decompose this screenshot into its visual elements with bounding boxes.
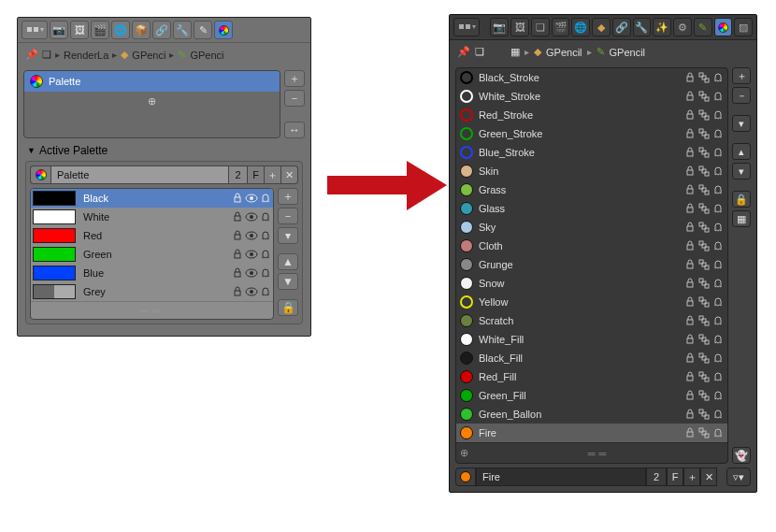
visibility-icon[interactable] <box>245 249 258 260</box>
onion-icon[interactable] <box>698 240 710 252</box>
lock-icon[interactable] <box>684 427 696 439</box>
material-list-item[interactable]: White_Stroke <box>456 87 727 106</box>
material-list-item[interactable]: Yellow <box>456 293 727 311</box>
breadcrumb-object[interactable]: GPenci <box>132 50 165 61</box>
tab-material-icon[interactable] <box>714 18 733 36</box>
lock-icon[interactable] <box>684 72 696 83</box>
datablock-browse-icon[interactable] <box>455 467 476 486</box>
color-list-item[interactable]: Red <box>31 226 273 245</box>
material-list-item[interactable]: Blue_Stroke <box>456 143 727 162</box>
onion-icon[interactable] <box>698 109 710 121</box>
onion-icon[interactable] <box>698 259 710 270</box>
material-moveup-button[interactable]: ▴ <box>732 143 751 160</box>
material-list-item[interactable]: Fire <box>456 424 727 442</box>
ghost-icon[interactable] <box>712 390 724 401</box>
onion-icon[interactable] <box>698 315 710 326</box>
color-swatch[interactable] <box>33 191 76 206</box>
color-moveup-button[interactable]: ▲ <box>278 253 298 270</box>
color-menu-button[interactable]: ▾ <box>278 227 298 244</box>
tab-world-icon[interactable]: 🌐 <box>111 21 130 39</box>
ghost-toggle-button[interactable]: 👻 <box>732 447 751 464</box>
color-list-item[interactable]: Grey <box>31 282 273 301</box>
lock-icon[interactable] <box>684 184 696 195</box>
material-list-item[interactable]: Red_Stroke <box>456 106 727 124</box>
onion-icon[interactable] <box>698 128 710 139</box>
onion-icon[interactable] <box>698 352 710 364</box>
tab-effects-icon[interactable]: ✨ <box>653 18 671 36</box>
datablock-new-button[interactable]: ＋ <box>265 165 281 184</box>
ghost-icon[interactable] <box>260 286 271 297</box>
color-add-button[interactable]: ＋ <box>278 188 298 205</box>
ghost-icon[interactable] <box>712 334 724 345</box>
visibility-icon[interactable] <box>245 286 258 297</box>
editor-type-dropdown[interactable] <box>22 21 48 39</box>
palette-remove-button[interactable]: － <box>284 90 305 107</box>
tab-scene-icon[interactable]: 🎬 <box>552 18 570 36</box>
material-list-item[interactable]: Glass <box>456 199 727 218</box>
material-list-item[interactable]: Cloth <box>456 237 727 255</box>
lock-icon[interactable] <box>684 390 696 401</box>
datablock-name-field[interactable]: Palette <box>50 165 229 184</box>
palette-stretch-button[interactable]: ↔ <box>284 122 305 138</box>
editor-type-dropdown[interactable] <box>453 18 480 36</box>
onion-icon[interactable] <box>698 91 710 102</box>
lock-icon[interactable] <box>684 203 696 214</box>
ghost-icon[interactable] <box>712 109 724 121</box>
lock-icon[interactable] <box>684 315 696 326</box>
breadcrumb-data[interactable]: GPenci <box>190 50 223 61</box>
breadcrumb-object[interactable]: GPencil <box>546 47 582 58</box>
color-swatch[interactable] <box>33 266 76 280</box>
isolate-visibility-button[interactable]: ▦ <box>732 210 751 227</box>
ghost-icon[interactable] <box>260 230 271 241</box>
lock-icon[interactable] <box>232 211 243 223</box>
datablock-unlink-button[interactable]: ✕ <box>281 165 298 184</box>
datablock-fakeuser[interactable]: F <box>667 467 683 486</box>
tab-modifiers-icon[interactable]: 🔧 <box>633 18 652 36</box>
lock-icon[interactable] <box>684 352 696 364</box>
lock-icon[interactable] <box>684 278 696 289</box>
ghost-icon[interactable] <box>712 128 724 139</box>
material-list-item[interactable]: Skin <box>456 162 727 180</box>
ghost-icon[interactable] <box>712 240 724 252</box>
color-remove-button[interactable]: － <box>278 208 298 224</box>
color-list-item[interactable]: Blue <box>31 264 273 282</box>
datablock-new-button[interactable]: ＋ <box>683 467 700 486</box>
color-swatch[interactable] <box>33 228 76 243</box>
onion-icon[interactable] <box>698 427 710 439</box>
lock-icon[interactable] <box>684 91 696 102</box>
ghost-icon[interactable] <box>712 315 724 326</box>
lock-icon[interactable] <box>684 128 696 139</box>
breadcrumb-data[interactable]: GPencil <box>610 47 646 58</box>
datablock-browse-icon[interactable] <box>30 165 50 184</box>
tab-texture-icon[interactable]: ▨ <box>734 18 753 36</box>
color-list-item[interactable]: Black <box>31 189 273 208</box>
tab-modifiers-icon[interactable]: 🔧 <box>173 21 192 39</box>
material-list-item[interactable]: Grass <box>456 180 727 199</box>
tab-material-icon[interactable] <box>214 21 233 39</box>
lock-icon[interactable] <box>684 259 696 270</box>
tab-world-icon[interactable]: 🌐 <box>571 18 590 36</box>
material-list-item[interactable]: Green_Fill <box>456 386 727 405</box>
lock-icon[interactable] <box>684 296 696 308</box>
material-list-item[interactable]: Snow <box>456 274 727 293</box>
material-list[interactable]: Black_Stroke White_Stroke Red_Stroke Gre… <box>455 67 728 464</box>
color-swatch[interactable] <box>33 284 76 299</box>
ghost-icon[interactable] <box>712 259 724 270</box>
visibility-icon[interactable] <box>245 193 258 204</box>
add-icon[interactable]: ⊕ <box>148 95 156 108</box>
datablock-name-field[interactable]: Fire <box>476 467 646 486</box>
tab-object-icon[interactable]: 📦 <box>132 21 151 39</box>
lock-icon[interactable] <box>684 109 696 121</box>
palette-add-button[interactable]: ＋ <box>284 70 305 87</box>
tab-data-icon[interactable]: ✎ <box>194 21 212 39</box>
datablock-users[interactable]: 2 <box>646 467 667 486</box>
onion-icon[interactable] <box>698 184 710 195</box>
tab-scene-icon[interactable]: 🎬 <box>91 21 109 39</box>
onion-icon[interactable] <box>698 147 710 158</box>
lock-icon[interactable] <box>232 193 243 204</box>
ghost-icon[interactable] <box>712 147 724 158</box>
ghost-icon[interactable] <box>712 409 724 420</box>
visibility-icon[interactable] <box>245 267 258 279</box>
palette-list[interactable]: Palette ⊕ <box>23 70 280 138</box>
material-menu-button[interactable]: ▾ <box>732 115 751 132</box>
